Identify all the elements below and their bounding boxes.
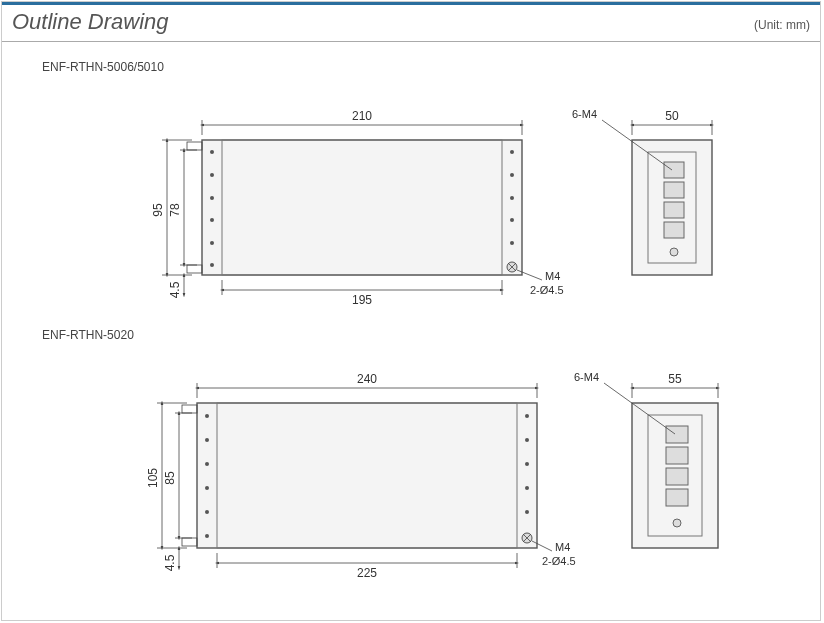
dim-height-outer-1: 95 <box>151 203 165 217</box>
title-bar: Outline Drawing (Unit: mm) <box>2 2 820 42</box>
svg-point-48 <box>205 438 209 442</box>
svg-rect-34 <box>664 162 684 178</box>
svg-rect-45 <box>182 405 197 413</box>
svg-point-13 <box>510 218 514 222</box>
svg-point-49 <box>205 462 209 466</box>
svg-rect-35 <box>664 182 684 198</box>
dim-offset-2: 4.5 <box>163 554 177 571</box>
svg-point-8 <box>210 241 214 245</box>
svg-point-50 <box>205 486 209 490</box>
model-1-drawing: 210 195 95 78 4.5 <box>32 80 790 320</box>
model-1-label: ENF-RTHN-5006/5010 <box>42 60 790 74</box>
drawing-frame: Outline Drawing (Unit: mm) ENF-RTHN-5006… <box>1 1 821 621</box>
dim-height-outer-2: 105 <box>146 468 160 488</box>
model-2-drawing: 240 225 105 85 4.5 M4 <box>32 348 790 588</box>
svg-rect-79 <box>666 468 688 485</box>
svg-point-51 <box>205 510 209 514</box>
svg-point-54 <box>525 438 529 442</box>
dim-width-top-1: 210 <box>352 109 372 123</box>
dim-width-bottom-1: 195 <box>352 293 372 307</box>
svg-point-55 <box>525 462 529 466</box>
dim-height-inner-2: 85 <box>163 471 177 485</box>
content-area: ENF-RTHN-5006/5010 <box>2 42 820 598</box>
svg-point-81 <box>673 519 681 527</box>
svg-rect-43 <box>197 403 537 548</box>
callout-m4-1: M4 <box>545 270 560 282</box>
dim-width-bottom-2: 225 <box>357 566 377 580</box>
callout-m4-2: M4 <box>555 541 570 553</box>
svg-point-12 <box>510 196 514 200</box>
svg-point-5 <box>210 173 214 177</box>
model-2-label: ENF-RTHN-5020 <box>42 328 790 342</box>
callout-hole-1: 2-Ø4.5 <box>530 284 564 296</box>
dim-side-width-1: 50 <box>665 109 679 123</box>
dim-height-inner-1: 78 <box>168 203 182 217</box>
svg-rect-77 <box>666 426 688 443</box>
svg-point-56 <box>525 486 529 490</box>
svg-rect-78 <box>666 447 688 464</box>
dim-side-width-2: 55 <box>668 372 682 386</box>
callout-hole-2: 2-Ø4.5 <box>542 555 576 567</box>
svg-point-7 <box>210 218 214 222</box>
svg-point-9 <box>210 263 214 267</box>
svg-rect-0 <box>202 140 522 275</box>
page-title: Outline Drawing <box>12 9 169 35</box>
svg-rect-80 <box>666 489 688 506</box>
svg-rect-2 <box>187 142 202 150</box>
svg-point-11 <box>510 173 514 177</box>
svg-point-38 <box>670 248 678 256</box>
dim-offset-1: 4.5 <box>168 281 182 298</box>
svg-point-52 <box>205 534 209 538</box>
svg-point-53 <box>525 414 529 418</box>
svg-point-57 <box>525 510 529 514</box>
svg-point-6 <box>210 196 214 200</box>
svg-point-14 <box>510 241 514 245</box>
svg-point-47 <box>205 414 209 418</box>
unit-label: (Unit: mm) <box>754 18 810 32</box>
svg-rect-37 <box>664 222 684 238</box>
callout-6m4-1: 6-M4 <box>572 108 597 120</box>
svg-point-10 <box>510 150 514 154</box>
callout-6m4-2: 6-M4 <box>574 371 599 383</box>
svg-rect-36 <box>664 202 684 218</box>
svg-rect-46 <box>182 538 197 546</box>
svg-rect-3 <box>187 265 202 273</box>
svg-point-4 <box>210 150 214 154</box>
dim-width-top-2: 240 <box>357 372 377 386</box>
